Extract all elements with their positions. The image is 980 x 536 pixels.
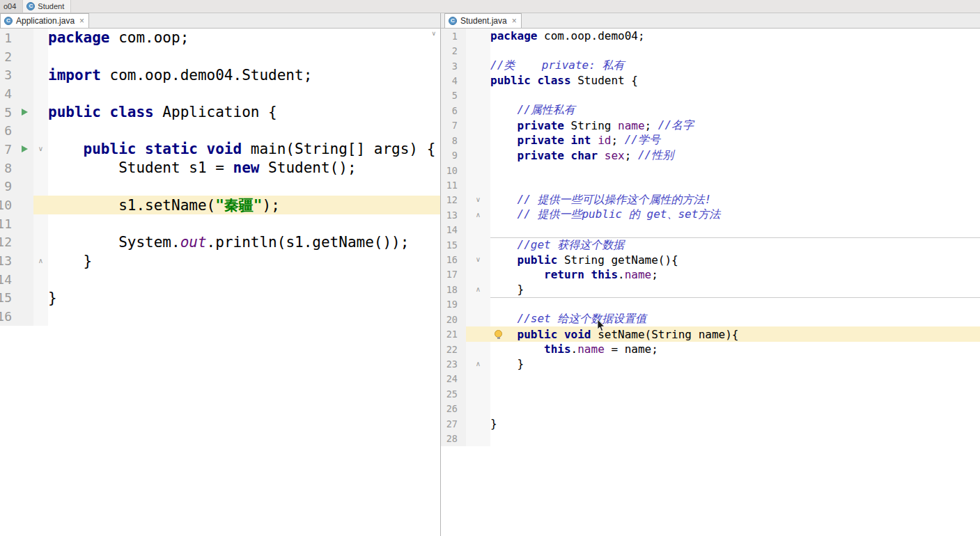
line-number[interactable]: 7 [0,140,15,159]
code-text[interactable]: public static void main(String[] args) { [48,140,440,159]
line-number[interactable]: 5 [0,103,15,122]
code-text[interactable]: this.name = name; [490,342,980,356]
code-text[interactable]: System.out.println(s1.getName()); [48,233,440,252]
line-number[interactable]: 18 [441,282,466,297]
line-number[interactable]: 6 [441,103,466,118]
fold-down-icon[interactable]: ∨ [476,256,481,263]
code-text[interactable] [48,307,440,326]
code-text[interactable] [490,163,980,178]
tab-close-icon[interactable]: × [511,17,517,25]
line-number[interactable]: 11 [441,178,466,192]
code-text[interactable] [48,270,440,289]
line-number[interactable]: 19 [441,297,466,312]
line-number[interactable]: 16 [441,252,466,267]
nav-item-demo04[interactable]: o04 [0,0,23,13]
code-text[interactable]: private char sex; //性别 [490,148,980,162]
line-number[interactable]: 23 [441,356,466,371]
line-number[interactable]: 25 [441,386,466,401]
tab-application-java[interactable]: C Application.java × [0,13,89,28]
line-number[interactable]: 16 [0,307,15,326]
line-number[interactable]: 15 [0,289,15,308]
code-text[interactable]: s1.setName("秦疆"); [48,196,440,214]
line-number[interactable]: 12 [0,233,15,252]
tab-student-java[interactable]: C Student.java × [444,13,522,28]
code-text[interactable]: } [48,289,440,308]
code-text[interactable] [48,84,440,103]
line-number[interactable]: 9 [441,148,466,162]
line-number[interactable]: 15 [441,237,466,252]
code-text[interactable]: private String name; //名字 [490,118,980,133]
fold-down-icon[interactable]: ∨ [476,196,481,203]
line-number[interactable]: 13 [441,207,466,222]
code-text[interactable] [490,372,980,386]
code-text[interactable]: public class Student { [490,73,980,88]
line-number[interactable]: 11 [0,214,15,233]
code-text[interactable]: //get 获得这个数据 [490,237,980,252]
fold-up-icon[interactable]: ∧ [476,212,481,219]
code-text[interactable]: } [490,282,980,297]
code-text[interactable]: private int id; //学号 [490,133,980,148]
code-text[interactable] [48,121,440,140]
line-number[interactable]: 20 [441,312,466,326]
line-number[interactable]: 26 [441,402,466,416]
code-text[interactable] [490,402,980,416]
line-number[interactable]: 9 [0,178,15,196]
code-text[interactable]: import com.oop.demo04.Student; [48,65,440,84]
code-text[interactable]: } [490,356,980,371]
code-text[interactable]: return this.name; [490,267,980,282]
line-number[interactable]: 21 [441,326,466,341]
line-number[interactable]: 10 [441,163,466,178]
code-text[interactable] [490,222,980,237]
run-button-icon[interactable] [22,145,28,152]
fold-up-icon[interactable]: ∧ [476,286,481,293]
code-text[interactable] [490,88,980,103]
editor-scroll-arrow-icon[interactable]: ∨ [431,30,436,37]
line-number[interactable]: 3 [441,58,466,73]
code-text[interactable] [490,386,980,401]
line-number[interactable]: 10 [0,196,15,214]
line-number[interactable]: 6 [0,121,15,140]
line-number[interactable]: 2 [441,43,466,58]
line-number[interactable]: 7 [441,118,466,133]
fold-up-icon[interactable]: ∧ [38,258,43,265]
tab-close-icon[interactable]: × [78,17,84,25]
line-number[interactable]: 14 [0,270,15,289]
line-number[interactable]: 14 [441,222,466,237]
code-text[interactable]: // 提供一些public 的 get、set方法 [490,207,980,222]
code-text[interactable]: } [490,416,980,431]
line-number[interactable]: 2 [0,47,15,66]
line-number[interactable]: 28 [441,431,466,446]
line-number[interactable]: 27 [441,416,466,431]
code-text[interactable] [48,214,440,233]
fold-down-icon[interactable]: ∨ [38,145,43,152]
code-text[interactable]: } [48,251,440,270]
code-text[interactable] [490,178,980,192]
code-text[interactable]: public void setName(String name){ [490,326,980,341]
line-number[interactable]: 13 [0,251,15,270]
line-number[interactable]: 22 [441,342,466,356]
line-number[interactable]: 5 [441,88,466,103]
line-number[interactable]: 8 [441,133,466,148]
code-text[interactable]: //属性私有 [490,103,980,118]
line-number[interactable]: 4 [0,84,15,103]
code-text[interactable]: //类 private: 私有 [490,58,980,73]
line-number[interactable]: 8 [0,159,15,178]
nav-item-student[interactable]: C Student [23,0,71,13]
code-text[interactable]: Student s1 = new Student(); [48,159,440,178]
code-text[interactable] [490,297,980,312]
code-text[interactable] [48,178,440,196]
line-number[interactable]: 12 [441,193,466,207]
line-number[interactable]: 3 [0,65,15,84]
line-number[interactable]: 17 [441,267,466,282]
code-text[interactable]: public String getName(){ [490,252,980,267]
run-button-icon[interactable] [22,109,28,116]
code-text[interactable] [48,47,440,66]
line-number[interactable]: 4 [441,73,466,88]
code-text[interactable] [490,431,980,446]
code-text[interactable] [490,43,980,58]
code-text[interactable]: public class Application { [48,103,440,122]
code-text[interactable]: //set 给这个数据设置值 [490,312,980,326]
line-number[interactable]: 1 [441,29,466,43]
line-number[interactable]: 24 [441,372,466,386]
code-text[interactable]: package com.oop.demo04; [490,29,980,43]
